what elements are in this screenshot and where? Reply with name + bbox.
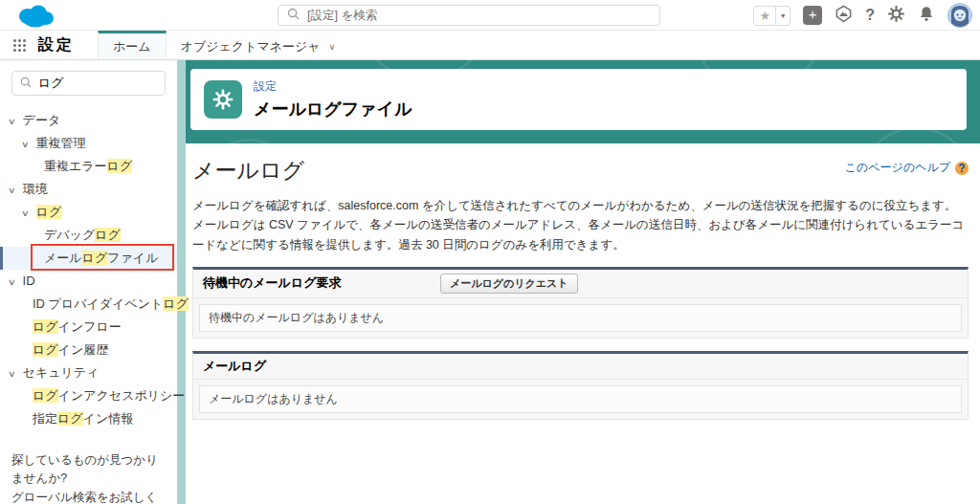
favorites-button-group: ★ ▼ <box>753 6 791 26</box>
sidebar-item-data[interactable]: ∨データ <box>0 109 177 132</box>
page-banner-card: 設定 メールログファイル <box>190 69 967 130</box>
global-header: ★ ▼ + ? <box>0 0 980 31</box>
help-question-icon[interactable]: ? <box>865 7 875 24</box>
sidebar-item-login-history[interactable]: ログイン履歴 <box>0 339 177 362</box>
page-title: メールログファイル <box>254 98 412 121</box>
request-email-log-button[interactable]: メールログのリクエスト <box>440 274 578 294</box>
guidance-center-icon[interactable] <box>835 5 853 27</box>
section-pending-email-log-requests: 待機中のメールログ要求 メールログのリクエスト 待機中のメールログはありません <box>192 267 969 339</box>
chevron-down-icon: ∨ <box>8 271 16 294</box>
favorites-caret-icon[interactable]: ▼ <box>776 6 791 26</box>
page-description: メールログを確認すれば、salesforce.com を介して送信されたすべての… <box>192 196 969 254</box>
sidebar-item-security[interactable]: ∨セキュリティ <box>0 362 177 384</box>
sidebar-item-email-log-files[interactable]: メールログファイル <box>0 247 177 270</box>
chevron-down-icon: ∨ <box>8 179 16 202</box>
tab-home[interactable]: ホーム <box>98 31 167 59</box>
sidebar-item-login-access-policies[interactable]: ログインアクセスポリシー <box>0 384 177 407</box>
chevron-down-icon: ∨ <box>21 202 30 225</box>
banner-eyebrow: 設定 <box>254 78 412 95</box>
page-banner: 設定 メールログファイル <box>186 60 980 143</box>
sidebar-item-duplicate-management[interactable]: ∨重複管理 <box>0 132 177 155</box>
section-email-logs: メールログ メールログはありません <box>192 351 969 420</box>
sidebar-item-identity-provider-event-log[interactable]: ID プロバイダイベントログ <box>0 293 177 316</box>
sidebar-item-environments[interactable]: ∨環境 <box>0 178 177 201</box>
chevron-down-icon: ∨ <box>21 133 30 156</box>
help-orange-icon: ? <box>955 162 969 175</box>
empty-message: 待機中のメールログはありません <box>199 304 962 332</box>
sidebar-footer: 探しているものが見つかりませんか? グローバル検索をお試しください。 <box>0 451 177 504</box>
sidebar-item-login-flows[interactable]: ログインフロー <box>0 316 177 339</box>
setup-gear-tile-icon <box>204 80 242 119</box>
sidebar-item-debug-logs[interactable]: デバッグログ <box>0 224 177 247</box>
setup-sidebar: ∨データ∨重複管理重複エラーログ∨環境∨ログデバッグログメールログファイル∨ID… <box>0 60 177 504</box>
sidebar-item-duplicate-error-logs[interactable]: 重複エラーログ <box>0 155 177 178</box>
user-avatar[interactable] <box>947 3 972 28</box>
chevron-down-icon: ∨ <box>8 362 16 385</box>
notifications-bell-icon[interactable] <box>918 5 935 27</box>
sidebar-item-identity[interactable]: ∨ID <box>0 270 177 293</box>
setup-gear-icon[interactable] <box>887 5 905 27</box>
search-icon <box>20 75 32 92</box>
setup-nav-bar: 設定 ホーム オブジェクトマネージャ ∨ <box>0 31 980 60</box>
sidebar-item-named-credentials[interactable]: 指定ログイン情報 <box>0 407 177 430</box>
chevron-down-icon: ∨ <box>8 110 16 133</box>
content-heading: メールログ <box>192 156 304 186</box>
favorites-star-icon[interactable]: ★ <box>753 6 776 26</box>
search-icon <box>287 7 300 24</box>
background-teal-strip <box>177 60 186 504</box>
global-search[interactable] <box>278 5 660 26</box>
sidebar-tree: ∨データ∨重複管理重複エラーログ∨環境∨ログデバッグログメールログファイル∨ID… <box>0 109 177 430</box>
sidebar-item-logs[interactable]: ∨ログ <box>0 201 177 224</box>
global-search-input[interactable] <box>307 9 651 22</box>
app-name: 設定 <box>38 35 75 55</box>
empty-message: メールログはありません <box>199 385 962 413</box>
chevron-down-icon: ∨ <box>329 42 336 52</box>
help-for-this-page-link[interactable]: このページのヘルプ ? <box>845 160 969 176</box>
salesforce-cloud-logo <box>15 3 56 33</box>
app-launcher-icon[interactable] <box>13 39 26 52</box>
section-title: 待機中のメールログ要求 <box>203 274 440 292</box>
global-actions-plus-icon[interactable]: + <box>803 6 822 25</box>
tab-object-manager[interactable]: オブジェクトマネージャ ∨ <box>167 31 350 59</box>
main-content: メールログ このページのヘルプ ? メールログを確認すれば、salesforce… <box>186 143 980 504</box>
sidebar-quick-find-input[interactable] <box>38 77 157 91</box>
section-title: メールログ <box>203 358 440 375</box>
sidebar-quick-find[interactable] <box>11 71 166 96</box>
